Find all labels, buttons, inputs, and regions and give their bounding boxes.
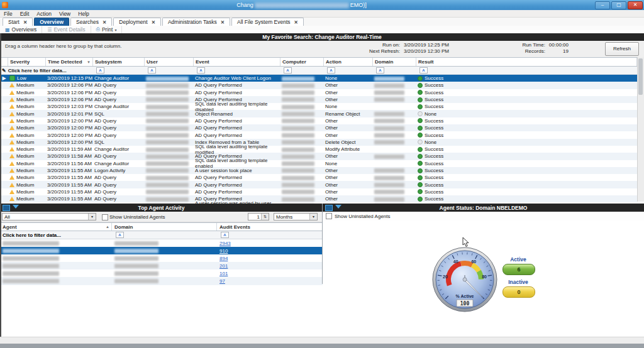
tab-close-icon[interactable]: ✕ bbox=[103, 19, 106, 25]
event-row[interactable]: Medium3/20/2019 11:59 AMChange AuditorSQ… bbox=[0, 146, 637, 153]
event-row[interactable]: Medium3/20/2019 12:06 PMAD QueryAD Query… bbox=[0, 96, 637, 103]
column-header-action[interactable]: Action bbox=[324, 58, 373, 66]
filter-icon[interactable] bbox=[13, 205, 19, 209]
filter-hint-cell[interactable]: Click here to filter data... bbox=[0, 232, 112, 238]
menu-edit[interactable]: Edit bbox=[20, 11, 30, 17]
menu-action[interactable]: Action bbox=[36, 11, 52, 17]
event-row[interactable]: Medium3/20/2019 12:00 PMAD QueryAD Query… bbox=[0, 117, 637, 124]
show-uninstalled-checkbox[interactable] bbox=[326, 213, 332, 219]
table-row[interactable]: 910 bbox=[0, 247, 323, 254]
filter-condition-icon[interactable]: A bbox=[116, 232, 124, 238]
event-row[interactable]: Medium3/20/2019 11:56 AMChange AuditorSQ… bbox=[0, 160, 637, 167]
event-row[interactable]: Medium3/20/2019 12:03 PMChange AuditorSQ… bbox=[0, 103, 637, 110]
refresh-button[interactable]: Refresh bbox=[605, 42, 639, 56]
table-row[interactable]: 2943 bbox=[0, 239, 323, 247]
tab-administration-tasks[interactable]: Administration Tasks✕ bbox=[162, 18, 230, 26]
maximize-button[interactable]: ▢ bbox=[611, 1, 626, 9]
event-row[interactable]: Medium3/20/2019 11:55 AMAD QueryAD Query… bbox=[0, 174, 637, 181]
filter-condition-icon[interactable]: A bbox=[284, 67, 292, 73]
column-header-event[interactable]: Event bbox=[194, 58, 280, 66]
tab-close-icon[interactable]: ✕ bbox=[221, 19, 225, 25]
event-row[interactable]: Medium3/20/2019 11:55 AMLogon ActivityA … bbox=[0, 167, 637, 174]
column-header-audit-events[interactable]: Audit Events bbox=[217, 223, 323, 231]
column-header-domain[interactable]: Domain bbox=[373, 58, 416, 66]
scrollbar-thumb[interactable] bbox=[638, 58, 643, 95]
tab-overview[interactable]: Overview bbox=[34, 18, 69, 26]
filter-cell[interactable]: A bbox=[217, 232, 323, 238]
event-grid-filter-row[interactable]: ✎Click here to filter data...AAAAAAA bbox=[0, 67, 637, 75]
tab-close-icon[interactable]: ✕ bbox=[23, 19, 27, 25]
period-value-spinner[interactable]: 1 ⇅ bbox=[248, 213, 269, 220]
export-icon[interactable] bbox=[325, 205, 333, 211]
filter-condition-icon[interactable]: A bbox=[96, 67, 104, 73]
column-header-result[interactable]: Result bbox=[416, 58, 637, 66]
menu-file[interactable]: File bbox=[4, 11, 13, 17]
event-row[interactable]: Medium3/20/2019 11:55 AMAD QueryAD Query… bbox=[0, 188, 637, 195]
filter-cell[interactable]: A bbox=[196, 67, 282, 73]
period-unit-dropdown[interactable]: Months ▾ bbox=[274, 213, 318, 220]
tab-start[interactable]: Start✕ bbox=[3, 18, 33, 26]
audit-events-link[interactable]: 101 bbox=[219, 271, 228, 276]
filter-condition-icon[interactable]: A bbox=[419, 67, 428, 73]
event-row[interactable]: Medium3/20/2019 11:55 AMAD QueryAD Query… bbox=[0, 181, 637, 188]
filter-cell[interactable]: A bbox=[326, 67, 375, 73]
tab-all-file-system-events[interactable]: All File System Events✕ bbox=[231, 18, 304, 26]
column-header-user[interactable]: User bbox=[145, 58, 194, 66]
audit-events-link[interactable]: 97 bbox=[219, 278, 225, 284]
filter-cell[interactable]: A bbox=[418, 67, 637, 73]
menu-help[interactable]: Help bbox=[78, 11, 89, 17]
table-row[interactable]: 894 bbox=[0, 254, 323, 262]
filter-hint-cell[interactable]: ✎Click here to filter data... bbox=[0, 68, 95, 73]
audit-events-link[interactable]: 201 bbox=[219, 263, 228, 269]
menu-view[interactable]: View bbox=[59, 11, 70, 17]
column-header-agent[interactable]: Agent▲ bbox=[0, 223, 112, 231]
active-count-badge[interactable]: 6 bbox=[502, 264, 535, 275]
audit-events-link[interactable]: 2943 bbox=[219, 241, 231, 246]
event-row[interactable]: Medium3/20/2019 12:00 PMSQLIndex Removed… bbox=[0, 139, 637, 146]
column-header-severity[interactable]: Severity bbox=[8, 58, 46, 66]
overviews-button[interactable]: ▦ Overviews bbox=[0, 26, 42, 33]
event-grid-scrollbar[interactable] bbox=[637, 57, 644, 202]
event-row[interactable]: Medium3/20/2019 12:00 PMAD QueryAD Query… bbox=[0, 124, 637, 131]
filter-cell[interactable]: A bbox=[112, 232, 217, 238]
minimize-button[interactable]: – bbox=[595, 1, 610, 9]
tab-close-icon[interactable]: ✕ bbox=[152, 19, 155, 25]
agent-filter-dropdown[interactable]: All ▾ bbox=[2, 213, 96, 220]
audit-events-link[interactable]: 910 bbox=[219, 248, 228, 254]
event-row[interactable]: ▶Low3/20/2019 12:15 PMChange AuditorChan… bbox=[0, 75, 637, 82]
event-details-button[interactable]: ☰ Event Details bbox=[42, 26, 91, 33]
column-header-time-detected[interactable]: Time Detected▼ bbox=[46, 58, 93, 66]
event-row[interactable]: Medium3/20/2019 12:00 PMAD QueryAD Query… bbox=[0, 131, 637, 138]
filter-condition-icon[interactable]: A bbox=[148, 67, 156, 73]
print-button[interactable]: ⎙ Print ▾ bbox=[91, 26, 123, 33]
filter-icon[interactable] bbox=[335, 205, 341, 209]
filter-cell[interactable]: A bbox=[282, 67, 326, 73]
column-header-subsystem[interactable]: Subsystem bbox=[93, 58, 145, 66]
filter-condition-icon[interactable]: A bbox=[327, 67, 335, 73]
top-agent-filter-row[interactable]: Click here to filter data...AA bbox=[0, 231, 323, 239]
event-row[interactable]: Medium3/20/2019 12:06 PMAD QueryAD Query… bbox=[0, 82, 637, 89]
event-row[interactable]: Medium3/20/2019 11:55 AMAD QueryAD Query… bbox=[0, 195, 637, 202]
inactive-count-badge[interactable]: 0 bbox=[502, 286, 535, 298]
column-header-domain[interactable]: Domain bbox=[112, 223, 217, 231]
filter-cell[interactable]: A bbox=[95, 67, 147, 73]
show-uninstalled-checkbox[interactable] bbox=[102, 214, 108, 220]
column-header-computer[interactable]: Computer bbox=[280, 58, 324, 66]
filter-condition-icon[interactable]: A bbox=[221, 232, 229, 238]
event-row[interactable]: Medium3/20/2019 12:01 PMSQLObject Rename… bbox=[0, 110, 637, 117]
tab-searches[interactable]: Searches✕ bbox=[70, 18, 112, 26]
table-row[interactable]: 201 bbox=[0, 262, 323, 269]
close-button[interactable]: ✕ bbox=[628, 1, 643, 9]
event-row[interactable]: Medium3/20/2019 12:06 PMAD QueryAD Query… bbox=[0, 89, 637, 96]
filter-cell[interactable]: A bbox=[147, 67, 196, 73]
export-icon[interactable] bbox=[3, 205, 10, 211]
table-row[interactable]: 101 bbox=[0, 269, 323, 277]
table-row[interactable]: 97 bbox=[0, 277, 323, 285]
filter-condition-icon[interactable]: A bbox=[376, 67, 384, 73]
filter-condition-icon[interactable]: A bbox=[197, 67, 205, 73]
tab-deployment[interactable]: Deployment✕ bbox=[113, 18, 161, 26]
audit-events-link[interactable]: 894 bbox=[219, 256, 228, 261]
event-row[interactable]: Medium3/20/2019 11:58 AMAD QueryAD Query… bbox=[0, 153, 637, 160]
tab-close-icon[interactable]: ✕ bbox=[294, 19, 298, 25]
filter-cell[interactable]: A bbox=[375, 67, 418, 73]
